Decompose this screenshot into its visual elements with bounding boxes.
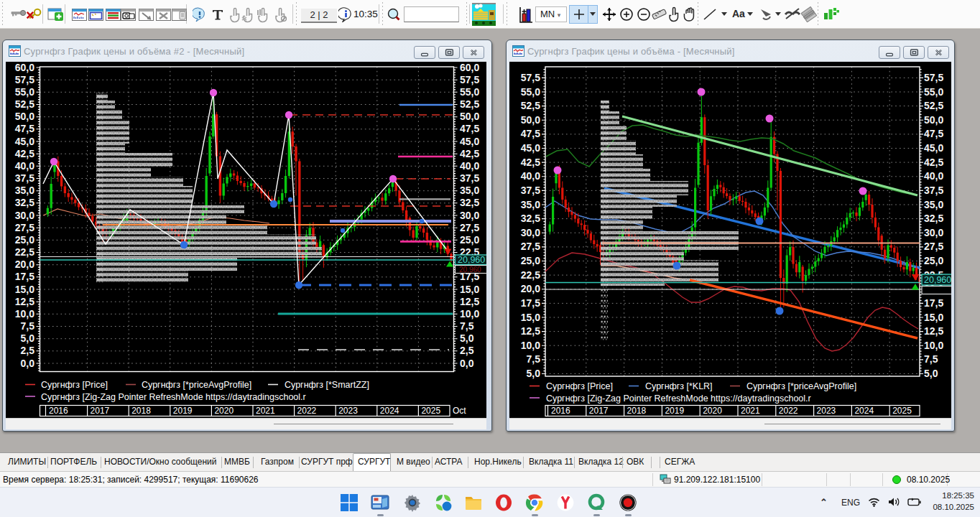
svg-text:15,0: 15,0	[521, 312, 540, 323]
svg-text:2024: 2024	[380, 406, 399, 416]
svg-text:2023: 2023	[817, 406, 836, 416]
svg-text:2021: 2021	[741, 406, 760, 416]
svg-text:45,0: 45,0	[15, 136, 34, 147]
svg-text:37,5: 37,5	[924, 185, 943, 196]
svg-text:57,5: 57,5	[460, 74, 479, 85]
svg-text:32,5: 32,5	[15, 197, 34, 208]
svg-text:Oct: Oct	[453, 406, 466, 416]
svg-text:Сургнфгз [*priceAvgProfile]: Сургнфгз [*priceAvgProfile]	[142, 380, 251, 390]
svg-text:40,0: 40,0	[15, 160, 34, 172]
svg-text:32,5: 32,5	[924, 213, 943, 224]
svg-text:17,5: 17,5	[15, 271, 34, 282]
svg-text:12,5: 12,5	[460, 296, 479, 307]
svg-text:50,0: 50,0	[15, 111, 34, 122]
svg-text:40,0: 40,0	[924, 170, 943, 182]
svg-text:2025: 2025	[892, 406, 912, 416]
svg-text:57,5: 57,5	[521, 72, 540, 83]
svg-text:45,0: 45,0	[924, 142, 943, 154]
svg-text:50,0: 50,0	[521, 114, 540, 126]
svg-text:57,5: 57,5	[924, 72, 943, 83]
svg-text:42,5: 42,5	[521, 157, 540, 168]
svg-text:47,5: 47,5	[521, 128, 540, 139]
svg-text:45,0: 45,0	[521, 142, 540, 154]
svg-text:52,5: 52,5	[460, 98, 479, 110]
svg-text:60,0: 60,0	[15, 62, 34, 73]
svg-text:20,0: 20,0	[15, 258, 34, 270]
svg-text:30,0: 30,0	[521, 227, 540, 238]
svg-text:2018: 2018	[627, 406, 647, 416]
svg-text:Сургнфгз [Price]: Сургнфгз [Price]	[546, 381, 613, 391]
svg-text:35,0: 35,0	[15, 185, 34, 196]
svg-text:30,0: 30,0	[15, 210, 34, 221]
svg-text:15,0: 15,0	[924, 312, 943, 323]
svg-text:15,0: 15,0	[460, 284, 479, 295]
svg-text:32,5: 32,5	[460, 197, 479, 208]
svg-text:55,0: 55,0	[521, 86, 540, 98]
svg-text:52,5: 52,5	[521, 100, 540, 111]
svg-text:55,0: 55,0	[15, 86, 34, 98]
svg-text:57,5: 57,5	[15, 74, 34, 85]
svg-text:7,5: 7,5	[924, 353, 938, 365]
svg-text:55,0: 55,0	[924, 86, 943, 98]
svg-text:52,5: 52,5	[15, 98, 34, 110]
svg-text:2,5: 2,5	[21, 345, 35, 356]
svg-text:20,960: 20,960	[459, 266, 481, 274]
svg-text:60,0: 60,0	[460, 62, 479, 73]
svg-text:37,5: 37,5	[521, 185, 540, 196]
svg-text:5,0: 5,0	[21, 332, 35, 344]
svg-text:15,0: 15,0	[15, 284, 34, 295]
svg-text:10,0: 10,0	[15, 308, 34, 320]
svg-text:2025: 2025	[421, 406, 440, 416]
svg-text:12,5: 12,5	[521, 325, 540, 337]
svg-text:47,5: 47,5	[924, 128, 943, 139]
svg-text:2017: 2017	[589, 406, 609, 416]
svg-text:40,0: 40,0	[521, 170, 540, 182]
svg-text:Сургнфгз [Zig-Zag Pointer Refr: Сургнфгз [Zig-Zag Pointer RefreshMode ht…	[546, 393, 811, 404]
svg-text:52,5: 52,5	[924, 100, 943, 111]
svg-text:Сургнфгз [*KLR]: Сургнфгз [*KLR]	[645, 381, 713, 391]
svg-text:5,0: 5,0	[460, 332, 474, 344]
svg-text:17,5: 17,5	[924, 297, 943, 309]
svg-text:20,0: 20,0	[521, 283, 540, 294]
svg-text:12,5: 12,5	[15, 296, 34, 307]
svg-text:50,0: 50,0	[460, 111, 479, 122]
svg-text:0,0: 0,0	[460, 358, 474, 369]
svg-text:17,5: 17,5	[521, 297, 540, 309]
svg-text:Сургнфгз [*SmartZZ]: Сургнфгз [*SmartZZ]	[285, 380, 369, 390]
svg-text:0,0: 0,0	[21, 358, 35, 369]
svg-text:32,5: 32,5	[521, 213, 540, 224]
svg-text:25,0: 25,0	[521, 255, 540, 266]
svg-text:2022: 2022	[779, 406, 798, 416]
svg-text:27,5: 27,5	[460, 222, 479, 233]
svg-text:42,5: 42,5	[15, 148, 34, 159]
svg-text:20,960: 20,960	[924, 275, 951, 285]
svg-text:35,0: 35,0	[521, 199, 540, 210]
svg-text:35,0: 35,0	[924, 199, 943, 210]
svg-text:2016: 2016	[49, 406, 68, 416]
svg-text:25,0: 25,0	[460, 234, 479, 246]
svg-text:25,0: 25,0	[15, 234, 34, 246]
svg-text:7,5: 7,5	[460, 320, 474, 332]
svg-text:2018: 2018	[131, 406, 151, 416]
svg-text:2016: 2016	[551, 406, 570, 416]
svg-text:27,5: 27,5	[15, 222, 34, 233]
svg-text:25,0: 25,0	[924, 255, 943, 266]
svg-text:35,0: 35,0	[460, 185, 479, 196]
svg-text:10,0: 10,0	[521, 340, 540, 351]
svg-text:2022: 2022	[297, 406, 317, 416]
svg-text:42,5: 42,5	[924, 157, 943, 168]
svg-text:12,5: 12,5	[924, 325, 943, 337]
svg-text:2021: 2021	[256, 406, 275, 416]
svg-text:7,5: 7,5	[21, 320, 35, 332]
svg-text:10,0: 10,0	[460, 308, 479, 320]
svg-text:30,0: 30,0	[924, 227, 943, 238]
svg-text:Сургнфгз [Zig-Zag Pointer Refr: Сургнфгз [Zig-Zag Pointer RefreshMode ht…	[41, 392, 306, 402]
svg-text:55,0: 55,0	[460, 86, 479, 98]
svg-text:5,0: 5,0	[924, 368, 938, 379]
svg-text:22,5: 22,5	[521, 269, 540, 281]
svg-text:2019: 2019	[173, 406, 193, 416]
svg-text:37,5: 37,5	[460, 172, 479, 184]
svg-text:2019: 2019	[665, 406, 684, 416]
svg-text:Сургнфгз [*priceAvgProfile]: Сургнфгз [*priceAvgProfile]	[746, 381, 856, 391]
svg-text:27,5: 27,5	[924, 241, 943, 252]
